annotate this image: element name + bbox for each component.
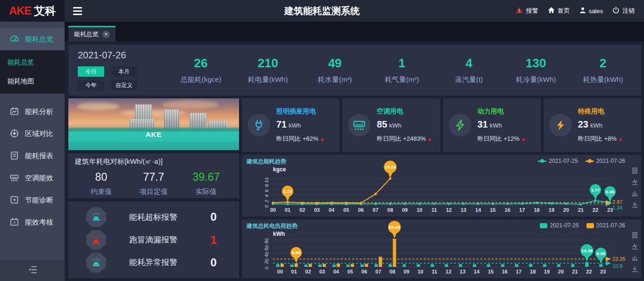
- sidebar-item-energy-analysis[interactable]: 能耗分析: [0, 101, 65, 123]
- app-header: AKE 艾科 建筑能耗监测系统 报警 首页 sales 注销: [0, 0, 644, 22]
- logo-text-ake: AKE: [9, 4, 32, 17]
- energy-cards-row: 照明插座用电 71kWh 昨日同比 +62%▲ 空调用电 85kWh 昨日同比 …: [242, 98, 641, 152]
- stat-steam: 4蒸汽量(t): [436, 56, 503, 84]
- siren-icon: [86, 253, 106, 273]
- legend-item[interactable]: 2021-07-25: [538, 158, 578, 164]
- card-special: 特殊用电 23kWh 昨日同比 +8%▲: [544, 98, 641, 152]
- bar-chart-icon[interactable]: [631, 254, 638, 261]
- benchmark-actual: 39.67实际值: [180, 171, 232, 196]
- nav-alarm[interactable]: 报警: [515, 7, 538, 15]
- svg-text:08: 08: [389, 269, 395, 274]
- svg-text:05: 05: [343, 207, 349, 213]
- svg-text:01: 01: [291, 269, 297, 274]
- svg-text:09: 09: [404, 269, 409, 274]
- svg-text:10: 10: [417, 207, 422, 213]
- nav-logout[interactable]: 注销: [612, 7, 635, 15]
- stat-cooling: 130耗冷量(kWh): [503, 56, 570, 84]
- svg-text:15: 15: [488, 269, 494, 274]
- benchmark-project: 77.7项目定值: [127, 171, 180, 196]
- svg-text:60: 60: [264, 244, 270, 251]
- svg-text:03: 03: [314, 207, 320, 213]
- svg-text:23.35: 23.35: [612, 256, 626, 262]
- current-date: 2021-07-26: [78, 50, 167, 61]
- svg-text:20: 20: [558, 269, 564, 274]
- nav-home[interactable]: 首页: [548, 7, 570, 15]
- ac-unit-icon: [348, 114, 371, 136]
- download-icon[interactable]: [631, 201, 638, 208]
- svg-text:9.96: 9.96: [292, 250, 301, 255]
- tab-energy-overview[interactable]: 能耗总览 ✕: [68, 26, 116, 41]
- range-button-custom[interactable]: 自定义: [111, 80, 137, 90]
- tab-close-icon[interactable]: ✕: [102, 31, 110, 38]
- svg-text:14: 14: [474, 269, 480, 274]
- range-button-year[interactable]: 今年: [78, 80, 104, 90]
- up-triangle-icon: ▲: [618, 136, 623, 142]
- svg-text:12: 12: [446, 207, 452, 213]
- stat-water: 49耗水量(m³): [301, 56, 368, 84]
- svg-text:04: 04: [333, 269, 339, 274]
- svg-text:00: 00: [277, 269, 283, 274]
- diagnosis-icon: [9, 195, 19, 206]
- region-compare-icon: [9, 128, 19, 140]
- svg-text:09: 09: [402, 207, 408, 213]
- sidebar-submenu: 能耗总览 能耗地图: [0, 50, 65, 94]
- bolt-green-icon: [449, 114, 471, 136]
- siren-icon: [86, 207, 106, 227]
- chart-panel-energy-trend: 建筑总能耗趋势 kgce 2021-07-252021-07-26 024681…: [242, 155, 641, 217]
- legend-item[interactable]: 2021-07-26: [586, 158, 625, 164]
- home-icon: [548, 7, 555, 15]
- legend-item[interactable]: 2021-07-25: [540, 222, 578, 229]
- logo-text-cn: 艾科: [34, 4, 56, 18]
- svg-text:07: 07: [375, 269, 381, 274]
- benchmark-panel: 建筑年耗电对标[kWh/(㎡·a)] 80约束值 77.7项目定值 39.67实…: [68, 153, 239, 198]
- sidebar-item-energy-diagnosis[interactable]: 节能诊断: [0, 189, 65, 211]
- alarm-row-over-limit: 能耗超标报警 0: [81, 207, 227, 227]
- stat-electricity: 210耗电量(kWh): [234, 56, 301, 84]
- svg-text:08: 08: [388, 207, 393, 213]
- header-nav: 报警 首页 sales 注销: [515, 7, 644, 15]
- up-triangle-icon: ▲: [521, 136, 526, 142]
- svg-text:2: 2: [264, 199, 270, 203]
- svg-text:2.87: 2.87: [612, 199, 622, 205]
- svg-text:17: 17: [519, 207, 525, 213]
- sidebar-item-efficiency-assessment[interactable]: 能效考核: [0, 211, 65, 233]
- svg-text:10: 10: [264, 177, 270, 184]
- alarm-row-leakage: 跑冒滴漏报警 1: [81, 230, 227, 250]
- dashboard-content: 2021-07-26 今日 本月 今年 自定义 26总能耗(kgce) 210耗…: [65, 41, 644, 281]
- data-view-icon[interactable]: [631, 167, 638, 174]
- sidebar: 能耗总览 能耗总览 能耗地图 能耗分析 区域对比 能耗报表 空调能效 节能诊断: [0, 22, 65, 281]
- summary-panel: 2021-07-26 今日 本月 今年 自定义 26总能耗(kgce) 210耗…: [68, 45, 641, 96]
- tab-bar: 能耗总览 ✕: [65, 22, 644, 41]
- legend-item[interactable]: 2021-07-26: [586, 222, 625, 229]
- svg-text:04: 04: [329, 207, 335, 213]
- stat-gas: 1耗气量(m³): [368, 56, 435, 84]
- svg-text:0: 0: [264, 204, 270, 208]
- bar-chart-icon[interactable]: [631, 190, 638, 197]
- sidebar-item-hvac-efficiency[interactable]: 空调能效: [0, 167, 65, 189]
- svg-text:20: 20: [264, 258, 270, 265]
- line-chart-icon[interactable]: [631, 243, 638, 250]
- range-button-today[interactable]: 今日: [78, 66, 104, 77]
- svg-text:4: 4: [264, 194, 270, 198]
- sidebar-item-energy-report[interactable]: 能耗报表: [0, 145, 65, 167]
- submenu-item-energy-overview[interactable]: 能耗总览: [0, 53, 65, 72]
- download-icon[interactable]: [631, 265, 638, 273]
- sidebar-item-energy-overview[interactable]: 能耗总览: [0, 28, 65, 50]
- svg-text:0.99: 0.99: [606, 189, 615, 194]
- submenu-item-energy-map[interactable]: 能耗地图: [0, 72, 65, 91]
- nav-user[interactable]: sales: [579, 7, 603, 15]
- sidebar-collapse-button[interactable]: [0, 260, 65, 281]
- line-chart-icon[interactable]: [631, 178, 638, 185]
- stat-heating: 2耗热量(kWh): [570, 56, 636, 84]
- plug-icon: [248, 114, 270, 136]
- svg-text:16: 16: [504, 207, 510, 213]
- chart-panel-load-trend: 建筑总耗电负荷趋势 kWh 2021-07-252021-07-26 02040…: [242, 219, 641, 278]
- menu-toggle-icon[interactable]: [73, 7, 82, 15]
- card-air-conditioning: 空调用电 85kWh 昨日同比 +2483%▲: [342, 98, 440, 152]
- range-button-month[interactable]: 本月: [111, 66, 137, 77]
- data-view-icon[interactable]: [631, 232, 638, 239]
- benchmark-title: 建筑年耗电对标[kWh/(㎡·a)]: [75, 157, 232, 166]
- sidebar-item-region-compare[interactable]: 区域对比: [0, 123, 65, 145]
- svg-text:15: 15: [490, 207, 495, 213]
- svg-text:21: 21: [578, 207, 584, 213]
